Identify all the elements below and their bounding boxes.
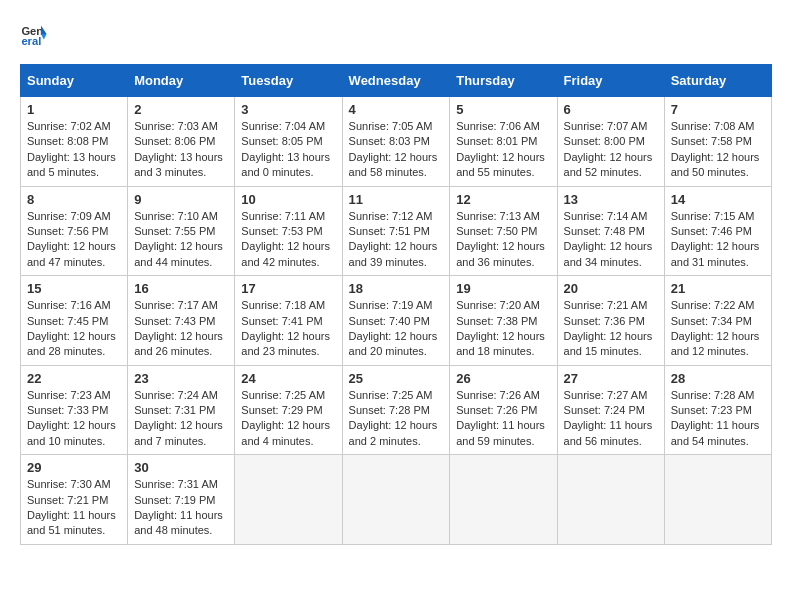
- day-number: 9: [134, 192, 228, 207]
- day-info: Sunrise: 7:13 AMSunset: 7:50 PMDaylight:…: [456, 209, 550, 271]
- day-number: 28: [671, 371, 765, 386]
- calendar-cell-12: 12Sunrise: 7:13 AMSunset: 7:50 PMDayligh…: [450, 186, 557, 276]
- logo: Gen eral: [20, 20, 52, 48]
- day-number: 22: [27, 371, 121, 386]
- day-number: 1: [27, 102, 121, 117]
- day-info: Sunrise: 7:03 AMSunset: 8:06 PMDaylight:…: [134, 119, 228, 181]
- day-number: 27: [564, 371, 658, 386]
- calendar-cell-18: 18Sunrise: 7:19 AMSunset: 7:40 PMDayligh…: [342, 276, 450, 366]
- calendar-cell-27: 27Sunrise: 7:27 AMSunset: 7:24 PMDayligh…: [557, 365, 664, 455]
- day-info: Sunrise: 7:30 AMSunset: 7:21 PMDaylight:…: [27, 477, 121, 539]
- calendar-cell-30: 30Sunrise: 7:31 AMSunset: 7:19 PMDayligh…: [128, 455, 235, 545]
- calendar-cell-13: 13Sunrise: 7:14 AMSunset: 7:48 PMDayligh…: [557, 186, 664, 276]
- calendar-cell-15: 15Sunrise: 7:16 AMSunset: 7:45 PMDayligh…: [21, 276, 128, 366]
- calendar-cell-empty: [235, 455, 342, 545]
- day-number: 10: [241, 192, 335, 207]
- logo-icon: Gen eral: [20, 20, 48, 48]
- calendar-cell-10: 10Sunrise: 7:11 AMSunset: 7:53 PMDayligh…: [235, 186, 342, 276]
- day-info: Sunrise: 7:09 AMSunset: 7:56 PMDaylight:…: [27, 209, 121, 271]
- calendar-week-2: 8Sunrise: 7:09 AMSunset: 7:56 PMDaylight…: [21, 186, 772, 276]
- weekday-wednesday: Wednesday: [342, 65, 450, 97]
- day-info: Sunrise: 7:14 AMSunset: 7:48 PMDaylight:…: [564, 209, 658, 271]
- svg-text:eral: eral: [21, 35, 41, 47]
- weekday-thursday: Thursday: [450, 65, 557, 97]
- day-number: 24: [241, 371, 335, 386]
- weekday-sunday: Sunday: [21, 65, 128, 97]
- day-number: 13: [564, 192, 658, 207]
- day-number: 21: [671, 281, 765, 296]
- calendar-cell-28: 28Sunrise: 7:28 AMSunset: 7:23 PMDayligh…: [664, 365, 771, 455]
- calendar-cell-2: 2Sunrise: 7:03 AMSunset: 8:06 PMDaylight…: [128, 97, 235, 187]
- svg-marker-2: [41, 26, 47, 34]
- weekday-saturday: Saturday: [664, 65, 771, 97]
- day-info: Sunrise: 7:26 AMSunset: 7:26 PMDaylight:…: [456, 388, 550, 450]
- day-number: 30: [134, 460, 228, 475]
- day-info: Sunrise: 7:06 AMSunset: 8:01 PMDaylight:…: [456, 119, 550, 181]
- day-number: 7: [671, 102, 765, 117]
- day-info: Sunrise: 7:25 AMSunset: 7:29 PMDaylight:…: [241, 388, 335, 450]
- day-info: Sunrise: 7:11 AMSunset: 7:53 PMDaylight:…: [241, 209, 335, 271]
- calendar-week-5: 29Sunrise: 7:30 AMSunset: 7:21 PMDayligh…: [21, 455, 772, 545]
- calendar-cell-9: 9Sunrise: 7:10 AMSunset: 7:55 PMDaylight…: [128, 186, 235, 276]
- calendar-cell-empty: [557, 455, 664, 545]
- day-info: Sunrise: 7:04 AMSunset: 8:05 PMDaylight:…: [241, 119, 335, 181]
- day-info: Sunrise: 7:22 AMSunset: 7:34 PMDaylight:…: [671, 298, 765, 360]
- calendar-cell-8: 8Sunrise: 7:09 AMSunset: 7:56 PMDaylight…: [21, 186, 128, 276]
- day-number: 26: [456, 371, 550, 386]
- calendar-week-3: 15Sunrise: 7:16 AMSunset: 7:45 PMDayligh…: [21, 276, 772, 366]
- day-info: Sunrise: 7:27 AMSunset: 7:24 PMDaylight:…: [564, 388, 658, 450]
- calendar-cell-24: 24Sunrise: 7:25 AMSunset: 7:29 PMDayligh…: [235, 365, 342, 455]
- day-info: Sunrise: 7:31 AMSunset: 7:19 PMDaylight:…: [134, 477, 228, 539]
- day-number: 8: [27, 192, 121, 207]
- day-number: 16: [134, 281, 228, 296]
- calendar-cell-16: 16Sunrise: 7:17 AMSunset: 7:43 PMDayligh…: [128, 276, 235, 366]
- day-number: 5: [456, 102, 550, 117]
- day-info: Sunrise: 7:02 AMSunset: 8:08 PMDaylight:…: [27, 119, 121, 181]
- calendar-cell-26: 26Sunrise: 7:26 AMSunset: 7:26 PMDayligh…: [450, 365, 557, 455]
- calendar-cell-21: 21Sunrise: 7:22 AMSunset: 7:34 PMDayligh…: [664, 276, 771, 366]
- calendar-cell-empty: [342, 455, 450, 545]
- day-info: Sunrise: 7:17 AMSunset: 7:43 PMDaylight:…: [134, 298, 228, 360]
- calendar-cell-22: 22Sunrise: 7:23 AMSunset: 7:33 PMDayligh…: [21, 365, 128, 455]
- calendar-cell-19: 19Sunrise: 7:20 AMSunset: 7:38 PMDayligh…: [450, 276, 557, 366]
- day-number: 18: [349, 281, 444, 296]
- calendar-cell-23: 23Sunrise: 7:24 AMSunset: 7:31 PMDayligh…: [128, 365, 235, 455]
- day-info: Sunrise: 7:25 AMSunset: 7:28 PMDaylight:…: [349, 388, 444, 450]
- calendar-week-4: 22Sunrise: 7:23 AMSunset: 7:33 PMDayligh…: [21, 365, 772, 455]
- day-number: 4: [349, 102, 444, 117]
- day-info: Sunrise: 7:20 AMSunset: 7:38 PMDaylight:…: [456, 298, 550, 360]
- calendar-week-1: 1Sunrise: 7:02 AMSunset: 8:08 PMDaylight…: [21, 97, 772, 187]
- day-info: Sunrise: 7:21 AMSunset: 7:36 PMDaylight:…: [564, 298, 658, 360]
- day-number: 20: [564, 281, 658, 296]
- day-number: 19: [456, 281, 550, 296]
- calendar-cell-6: 6Sunrise: 7:07 AMSunset: 8:00 PMDaylight…: [557, 97, 664, 187]
- day-info: Sunrise: 7:24 AMSunset: 7:31 PMDaylight:…: [134, 388, 228, 450]
- calendar-cell-20: 20Sunrise: 7:21 AMSunset: 7:36 PMDayligh…: [557, 276, 664, 366]
- calendar-cell-17: 17Sunrise: 7:18 AMSunset: 7:41 PMDayligh…: [235, 276, 342, 366]
- day-info: Sunrise: 7:05 AMSunset: 8:03 PMDaylight:…: [349, 119, 444, 181]
- header: Gen eral: [20, 20, 772, 48]
- calendar-body: 1Sunrise: 7:02 AMSunset: 8:08 PMDaylight…: [21, 97, 772, 545]
- day-info: Sunrise: 7:12 AMSunset: 7:51 PMDaylight:…: [349, 209, 444, 271]
- day-info: Sunrise: 7:18 AMSunset: 7:41 PMDaylight:…: [241, 298, 335, 360]
- weekday-friday: Friday: [557, 65, 664, 97]
- day-info: Sunrise: 7:28 AMSunset: 7:23 PMDaylight:…: [671, 388, 765, 450]
- calendar-cell-1: 1Sunrise: 7:02 AMSunset: 8:08 PMDaylight…: [21, 97, 128, 187]
- calendar-cell-empty: [664, 455, 771, 545]
- day-number: 6: [564, 102, 658, 117]
- day-info: Sunrise: 7:10 AMSunset: 7:55 PMDaylight:…: [134, 209, 228, 271]
- day-number: 23: [134, 371, 228, 386]
- calendar-cell-7: 7Sunrise: 7:08 AMSunset: 7:58 PMDaylight…: [664, 97, 771, 187]
- day-number: 3: [241, 102, 335, 117]
- day-info: Sunrise: 7:08 AMSunset: 7:58 PMDaylight:…: [671, 119, 765, 181]
- day-number: 2: [134, 102, 228, 117]
- day-number: 25: [349, 371, 444, 386]
- calendar-cell-empty: [450, 455, 557, 545]
- day-number: 29: [27, 460, 121, 475]
- weekday-header: SundayMondayTuesdayWednesdayThursdayFrid…: [21, 65, 772, 97]
- day-info: Sunrise: 7:07 AMSunset: 8:00 PMDaylight:…: [564, 119, 658, 181]
- calendar-cell-14: 14Sunrise: 7:15 AMSunset: 7:46 PMDayligh…: [664, 186, 771, 276]
- day-number: 17: [241, 281, 335, 296]
- day-number: 11: [349, 192, 444, 207]
- day-info: Sunrise: 7:23 AMSunset: 7:33 PMDaylight:…: [27, 388, 121, 450]
